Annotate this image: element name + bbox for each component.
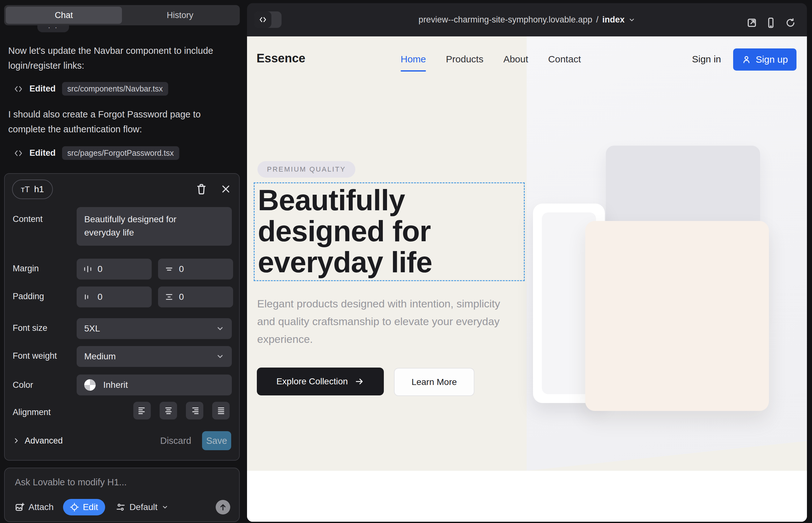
padding-vertical-value: 0 (179, 292, 184, 302)
hero-heading[interactable]: Beautifully designed for everyday life (258, 184, 505, 278)
close-panel-button[interactable] (217, 181, 234, 197)
font-size-select[interactable]: 5XL (77, 318, 232, 339)
refresh-icon (785, 18, 796, 28)
close-icon (221, 184, 231, 194)
element-editor-panel: тT h1 Content Beautifully designed for e… (4, 173, 240, 461)
code-icon (14, 148, 23, 158)
signin-link[interactable]: Sign in (692, 54, 721, 65)
chat-message: I should also create a Forgot Password p… (8, 107, 232, 137)
margin-horizontal-icon (84, 265, 92, 273)
file-chip[interactable]: src/pages/ForgotPassword.tsx (62, 146, 179, 160)
save-button[interactable]: Save (202, 431, 231, 450)
learn-more-button[interactable]: Learn More (394, 368, 474, 396)
site-nav: Home Products About Contact (401, 54, 581, 65)
padding-label: Padding (13, 292, 44, 301)
content-label: Content (13, 214, 43, 224)
align-right-icon (190, 407, 199, 414)
font-weight-label: Font weight (13, 351, 57, 361)
code-toggle-segment[interactable] (254, 12, 271, 28)
color-select[interactable]: Inherit (77, 375, 232, 395)
align-left-icon (138, 407, 147, 414)
composer-input[interactable]: Ask Lovable to modify H1... (15, 477, 127, 488)
chevron-down-icon (216, 325, 224, 333)
open-external-button[interactable] (745, 16, 759, 30)
edit-mode-button[interactable]: Edit (63, 499, 105, 516)
padding-vertical-icon (165, 293, 173, 301)
content-input[interactable]: Beautifully designed for everyday life (77, 207, 232, 246)
code-preview-toggle[interactable] (254, 12, 282, 28)
color-value: Inherit (103, 380, 128, 390)
padding-horizontal-value: 0 (98, 292, 103, 302)
delete-element-button[interactable] (193, 181, 210, 197)
align-right-button[interactable] (186, 402, 203, 419)
discard-button[interactable]: Discard (160, 436, 191, 446)
decorative-card-beige (585, 221, 769, 411)
align-center-icon (164, 407, 173, 414)
nav-link-contact[interactable]: Contact (548, 54, 581, 65)
edit-target-icon (70, 503, 79, 511)
nav-link-products[interactable]: Products (446, 54, 483, 65)
site-preview: Essence Home Products About Contact Sign… (247, 36, 807, 522)
margin-vertical-value: 0 (179, 264, 184, 274)
url-page: index (602, 15, 625, 25)
attach-label: Attach (29, 502, 54, 512)
site-logo[interactable]: Essence (257, 52, 305, 65)
refresh-button[interactable] (783, 16, 797, 30)
trash-icon (196, 183, 207, 195)
url-domain: preview--charming-site-symphony.lovable.… (419, 15, 593, 25)
nav-link-home[interactable]: Home (401, 54, 426, 65)
font-size-label: Font size (13, 323, 48, 333)
chevron-down-icon (161, 504, 169, 511)
margin-vertical-icon (165, 265, 173, 273)
edit-label: Edit (83, 502, 98, 512)
margin-horizontal-value: 0 (98, 264, 103, 274)
preview-topbar: preview--charming-site-symphony.lovable.… (247, 3, 807, 36)
url-bar[interactable]: preview--charming-site-symphony.lovable.… (419, 15, 636, 25)
padding-vertical-input[interactable]: 0 (158, 287, 233, 307)
chevron-right-icon (13, 437, 20, 444)
send-button[interactable] (216, 500, 230, 515)
margin-horizontal-input[interactable]: 0 (77, 259, 152, 279)
margin-vertical-input[interactable]: 0 (158, 259, 233, 279)
font-weight-value: Medium (84, 351, 116, 362)
signup-button[interactable]: Sign up (733, 49, 796, 71)
edited-file-row: Edited src/components/Navbar.tsx (14, 82, 168, 96)
url-separator: / (596, 15, 599, 25)
signup-label: Sign up (756, 54, 788, 65)
explore-collection-button[interactable]: Explore Collection (257, 367, 384, 395)
preview-frame: preview--charming-site-symphony.lovable.… (247, 3, 807, 522)
default-label: Default (129, 502, 158, 512)
align-center-button[interactable] (160, 402, 177, 419)
align-justify-icon (217, 407, 226, 414)
attach-button[interactable]: Attach (15, 502, 54, 512)
edited-file-row: Edited src/pages/ForgotPassword.tsx (14, 146, 179, 160)
site-section-below (247, 471, 807, 522)
transparency-swatch-icon (84, 379, 96, 391)
alignment-label: Alignment (13, 408, 51, 417)
code-icon (14, 84, 23, 94)
mobile-preview-button[interactable] (764, 16, 778, 30)
premium-quality-badge: PREMIUM QUALITY (258, 161, 355, 178)
tab-chat[interactable]: Chat (6, 7, 122, 24)
hero-paragraph: Elegant products designed with intention… (257, 295, 514, 348)
advanced-toggle[interactable]: Advanced (13, 436, 63, 446)
model-default-button[interactable]: Default (116, 502, 169, 512)
explore-collection-label: Explore Collection (277, 376, 348, 386)
open-external-icon (746, 17, 757, 28)
align-left-button[interactable] (133, 402, 151, 419)
file-chip[interactable]: src/components/Navbar.tsx (62, 82, 169, 96)
send-arrow-icon (219, 503, 227, 511)
color-label: Color (13, 380, 33, 390)
attach-image-icon (15, 502, 24, 512)
padding-horizontal-input[interactable]: 0 (77, 287, 152, 307)
tab-history[interactable]: History (122, 7, 238, 24)
chat-history-tabbar: Chat History (4, 5, 240, 25)
arrow-right-icon (355, 377, 364, 386)
selected-element-chip[interactable]: тT h1 (12, 180, 53, 199)
nav-link-about[interactable]: About (503, 54, 528, 65)
align-justify-button[interactable] (212, 402, 230, 419)
font-size-value: 5XL (84, 324, 100, 334)
font-weight-select[interactable]: Medium (77, 346, 232, 367)
user-icon (742, 55, 751, 64)
chat-composer: Ask Lovable to modify H1... Attach Edit … (4, 468, 240, 522)
